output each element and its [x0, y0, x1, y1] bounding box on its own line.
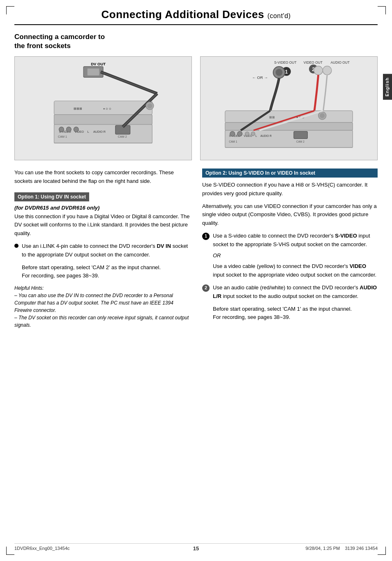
corner-mark-bl: [6, 547, 14, 555]
bullet-dot-1: [14, 244, 18, 248]
svg-text:⊞⊞: ⊞⊞: [269, 115, 275, 120]
svg-text:CAM 1: CAM 1: [58, 135, 67, 139]
svg-point-36: [276, 69, 283, 76]
svg-point-38: [323, 66, 331, 75]
helpful-hints: Helpful Hints: – You can also use the DV…: [14, 284, 190, 329]
option1-before-text: Before start operating, select 'CAM 2' a…: [22, 263, 190, 281]
language-tab: English: [383, 74, 392, 100]
svg-rect-56: [294, 132, 307, 139]
svg-point-25: [147, 104, 152, 109]
svg-text:L: L: [88, 130, 89, 134]
option2-label: Option 2: Using S-VIDEO In or VIDEO In s…: [202, 169, 378, 178]
svg-rect-44: [225, 130, 353, 148]
option2-bullet1-text: Use a S-video cable to connect the DVD r…: [213, 232, 378, 279]
option2-body2: Alternatively, you can use VIDEO connect…: [202, 202, 378, 228]
option2-bullet2-text: Use an audio cable (red/white) to connec…: [213, 284, 378, 301]
svg-text:CAM 1: CAM 1: [229, 140, 237, 143]
corner-mark-tr: [378, 6, 386, 14]
option1-label: Option 1: Using DV IN socket: [14, 192, 89, 201]
option2-bullet1: 1 Use a S-video cable to connect the DVD…: [202, 232, 378, 279]
svg-text:AUDIO R: AUDIO R: [93, 130, 106, 134]
or-text: OR: [213, 252, 378, 260]
option2-body1: Use S-VIDEO connection if you have a Hi8…: [202, 181, 378, 198]
svg-point-53: [238, 132, 242, 136]
corner-mark-br: [378, 547, 386, 555]
svg-point-37: [314, 66, 323, 75]
bullet-circle-1: 1: [202, 233, 210, 240]
corner-mark-tl: [6, 6, 14, 14]
svg-text:1: 1: [285, 69, 288, 75]
svg-rect-9: [54, 115, 152, 125]
content-columns: You can use the front sockets to copy ca…: [14, 169, 378, 329]
page-header: Connecting Additional Devices (cont'd): [14, 8, 378, 25]
option2-before-text: Before start operating, select 'CAM 1' a…: [213, 305, 378, 322]
page-footer: 1DVDR6xx_Eng00_13454c 15 9/28/04, 1:25 P…: [14, 543, 378, 551]
page-title: Connecting Additional Devices (cont'd): [14, 8, 378, 21]
svg-point-18: [59, 127, 64, 132]
option1-bullet1: Use an i.LINK 4-pin cable to connect the…: [14, 242, 190, 259]
diagram-row: DV OUT ⊞⊞⊞ ● ⊙ ⊙ S-VI: [14, 56, 378, 160]
option2-bullet2: 2 Use an audio cable (red/white) to conn…: [202, 284, 378, 301]
option1-box: Option 1: Using DV IN socket: [14, 192, 190, 205]
svg-text:DV OUT: DV OUT: [91, 62, 106, 67]
svg-text:CAM 2: CAM 2: [118, 135, 127, 139]
left-column: You can use the front sockets to copy ca…: [14, 169, 190, 329]
page-number: 15: [193, 545, 199, 552]
svg-text:VIDEO OUT: VIDEO OUT: [304, 60, 323, 65]
svg-text:⊞⊞⊞: ⊞⊞⊞: [74, 106, 82, 111]
option1-subheading: (for DVDR615 and DVDR616 only): [14, 205, 190, 211]
svg-text:L: L: [256, 134, 257, 137]
option1-bullet1-text: Use an i.LINK 4-pin cable to connect the…: [22, 242, 190, 259]
svg-point-20: [74, 127, 78, 132]
section-title: Connecting a camcorder to the front sock…: [14, 32, 378, 51]
right-column: Option 2: Using S-VIDEO In or VIDEO In s…: [202, 169, 378, 329]
intro-text: You can use the front sockets to copy ca…: [14, 169, 190, 186]
svg-point-58: [320, 113, 325, 118]
svg-text:CAM 2: CAM 2: [296, 140, 304, 143]
svg-text:AUDIO R: AUDIO R: [261, 134, 272, 137]
page-content: Connecting Additional Devices (cont'd) C…: [14, 8, 378, 329]
svg-point-19: [66, 127, 71, 132]
svg-point-54: [245, 132, 249, 136]
svg-text:●  ⊙  ⊙: ● ⊙ ⊙: [103, 107, 111, 111]
svg-text:AUDIO OUT: AUDIO OUT: [331, 60, 350, 65]
footer-left: 1DVDR6xx_Eng00_13454c: [14, 546, 70, 551]
bullet-circle-2: 2: [202, 284, 210, 292]
svg-point-55: [251, 132, 255, 136]
svg-point-52: [230, 132, 235, 136]
option1-body1: Use this connection if you have a Digita…: [14, 212, 190, 238]
svg-text:S-VIDEO OUT: S-VIDEO OUT: [274, 60, 296, 65]
diagram-left: DV OUT ⊞⊞⊞ ● ⊙ ⊙ S-VI: [14, 56, 192, 160]
svg-text:← OR →: ← OR →: [252, 75, 268, 80]
footer-right: 9/28/04, 1:25 PM 3139 246 13454: [305, 546, 378, 551]
diagram-right: S-VIDEO OUT VIDEO OUT AUDIO OUT 1 2: [200, 56, 378, 160]
svg-rect-3: [88, 69, 99, 76]
